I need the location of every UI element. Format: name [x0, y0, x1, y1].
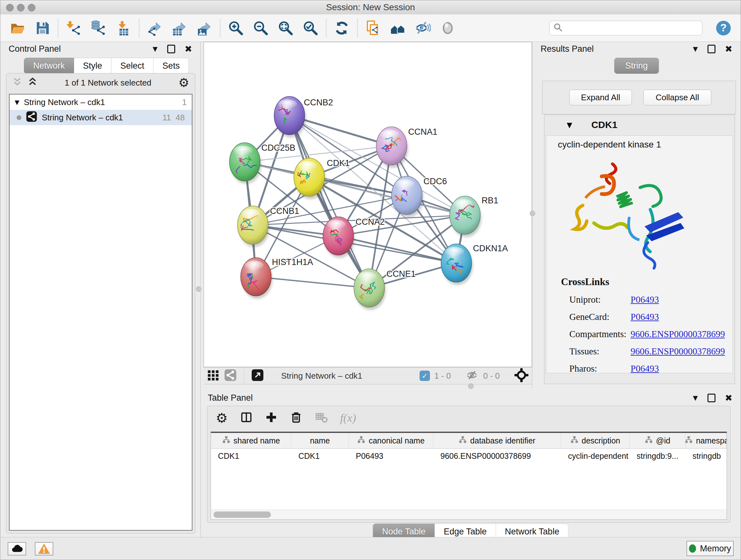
- birdseye-crosshair-icon[interactable]: [514, 368, 529, 384]
- node-CCNB2[interactable]: [273, 97, 306, 138]
- node-CCNA2[interactable]: [323, 217, 355, 258]
- table-row[interactable]: CDK1CDK1P064939606.ENSP00000378699cyclin…: [211, 449, 727, 463]
- memory-button[interactable]: Memory: [686, 541, 734, 556]
- cloud-icon[interactable]: [8, 542, 26, 556]
- table-horizontal-scrollbar[interactable]: [211, 509, 727, 519]
- table-panel-float-icon[interactable]: [708, 394, 716, 402]
- results-panel-menu-icon[interactable]: ▼: [693, 45, 697, 53]
- node-label: CDC25B: [261, 143, 295, 152]
- node-CDC6[interactable]: [392, 176, 423, 217]
- column-header-namespace[interactable]: namespace: [685, 433, 727, 448]
- node-section-header[interactable]: ▼ CDK1: [544, 115, 735, 135]
- node-CDC25B[interactable]: [229, 143, 266, 184]
- collection-caret-icon[interactable]: ▼: [15, 99, 19, 106]
- new-network-from-selection-icon[interactable]: [365, 20, 381, 37]
- table-cell[interactable]: CDK1: [291, 449, 349, 463]
- table-gear-icon[interactable]: ⚙: [216, 410, 228, 426]
- split-columns-icon[interactable]: [240, 411, 253, 425]
- node-CCNE1[interactable]: [348, 269, 386, 310]
- column-header-shared-name[interactable]: shared name: [211, 433, 291, 448]
- column-header--id[interactable]: @id: [630, 433, 685, 448]
- zoom-selected-icon[interactable]: [302, 20, 319, 37]
- tab-style[interactable]: Style: [74, 58, 111, 74]
- save-session-icon[interactable]: [34, 20, 51, 37]
- results-panel-close-icon[interactable]: ✖: [725, 44, 732, 54]
- tab-sets[interactable]: Sets: [153, 58, 189, 74]
- import-network-file-icon[interactable]: [65, 20, 82, 37]
- detach-view-icon[interactable]: [251, 369, 264, 383]
- search-input[interactable]: [565, 23, 698, 33]
- node-CCNB1[interactable]: [238, 206, 269, 247]
- network-icon-gray[interactable]: [224, 369, 237, 383]
- results-panel-float-icon[interactable]: [708, 45, 716, 53]
- zoom-in-icon[interactable]: [227, 20, 244, 37]
- tab-network[interactable]: Network: [24, 58, 74, 74]
- expand-all-networks-icon[interactable]: [27, 77, 38, 88]
- import-network-database-icon[interactable]: [90, 20, 107, 37]
- hide-selected-icon[interactable]: [414, 20, 431, 37]
- warning-icon[interactable]: [35, 542, 53, 556]
- left-splitter-handle[interactable]: [196, 287, 201, 292]
- crosslink-row: Tissues:9606.ENSP00000378699: [569, 346, 599, 357]
- first-neighbors-icon[interactable]: [390, 20, 406, 37]
- crosslink-link[interactable]: 9606.ENSP00000378699: [630, 329, 725, 339]
- crosslink-link[interactable]: P06493: [630, 312, 659, 322]
- bottom-splitter-handle[interactable]: [468, 383, 474, 389]
- section-caret-icon[interactable]: ▼: [567, 121, 572, 129]
- show-graphics-details-icon[interactable]: [440, 20, 456, 37]
- refresh-view-icon[interactable]: [333, 20, 350, 37]
- delete-column-icon[interactable]: [290, 411, 302, 425]
- open-file-icon[interactable]: [9, 20, 26, 37]
- add-column-icon[interactable]: [265, 411, 278, 425]
- network-row[interactable]: String Network – cdk1 11 48: [10, 110, 192, 125]
- column-header-name[interactable]: name: [291, 433, 349, 448]
- export-table-icon[interactable]: [172, 20, 188, 37]
- column-header-database-identifier[interactable]: database identifier: [433, 433, 561, 448]
- table-panel-menu-icon[interactable]: ▼: [693, 394, 697, 401]
- help-icon[interactable]: ?: [715, 20, 732, 37]
- table-cell[interactable]: P06493: [349, 449, 433, 463]
- crosslink-link[interactable]: P06493: [630, 294, 659, 305]
- table-cell[interactable]: CDK1: [211, 449, 291, 463]
- crosslink-link[interactable]: P06493: [630, 363, 659, 374]
- network-collection-row[interactable]: ▼ String Network – cdk1 1: [10, 95, 192, 110]
- zoom-out-icon[interactable]: [253, 20, 269, 37]
- table-cell[interactable]: stringdb: [685, 449, 727, 463]
- expand-all-button[interactable]: Expand All: [569, 90, 632, 105]
- search-field[interactable]: [549, 21, 702, 36]
- right-splitter-handle[interactable]: [530, 211, 535, 216]
- control-panel-close-icon[interactable]: ✖: [185, 44, 192, 54]
- network-options-gear-icon[interactable]: ⚙: [179, 76, 189, 90]
- control-panel-menu-icon[interactable]: ▼: [152, 45, 157, 53]
- tab-select[interactable]: Select: [111, 58, 153, 74]
- network-canvas[interactable]: CCNB2CCNA1CDC25BCDK1CDC6RB1CCNB1CCNA2CDK…: [204, 42, 532, 367]
- table-cell[interactable]: 9606.ENSP00000378699: [433, 449, 561, 463]
- node-label: CCNB2: [304, 98, 333, 107]
- node-RB1[interactable]: [450, 196, 482, 237]
- table-panel-close-icon[interactable]: ✖: [725, 393, 732, 403]
- export-network-icon[interactable]: [146, 20, 163, 37]
- column-header-canonical-name[interactable]: canonical name: [349, 433, 433, 448]
- node-CDK1[interactable]: [294, 158, 326, 199]
- scrollbar-thumb[interactable]: [213, 511, 271, 518]
- crosslink-link[interactable]: 9606.ENSP00000378699: [630, 346, 725, 357]
- node-HIST1H1A[interactable]: [241, 258, 273, 299]
- table-cell[interactable]: cyclin-dependent ...: [561, 449, 630, 463]
- table-cell[interactable]: stringdb:9...: [630, 449, 685, 463]
- status-bar: Memory: [0, 537, 741, 560]
- node-CCNA1[interactable]: [376, 127, 408, 168]
- collapse-all-networks-icon[interactable]: [12, 77, 22, 88]
- import-table-file-icon[interactable]: [115, 20, 132, 37]
- column-header-description[interactable]: description: [561, 433, 630, 448]
- tab-string[interactable]: String: [614, 58, 659, 74]
- selected-checkbox-icon[interactable]: ✓: [420, 371, 430, 381]
- node-CDKN1A[interactable]: [441, 244, 473, 285]
- toolbar-separator: [220, 19, 220, 37]
- export-image-icon[interactable]: [196, 20, 213, 37]
- node-label: CCNE1: [387, 269, 416, 279]
- control-panel-float-icon[interactable]: [167, 45, 175, 53]
- zoom-fit-icon[interactable]: [277, 20, 294, 37]
- collapse-all-button[interactable]: Collapse All: [643, 90, 711, 105]
- grid-view-icon[interactable]: [207, 369, 219, 383]
- hidden-eye-icon[interactable]: [465, 368, 479, 383]
